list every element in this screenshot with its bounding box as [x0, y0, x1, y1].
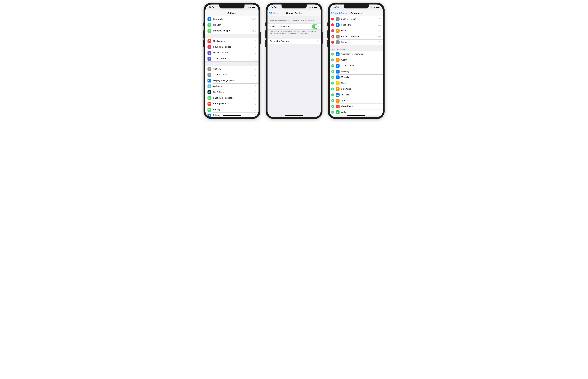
more-control-timer[interactable]: Timer	[330, 98, 383, 104]
svg-rect-36	[371, 8, 371, 8]
included-control-flashlight[interactable]: Flashlight	[330, 22, 383, 28]
more-control-stopwatch[interactable]: Stopwatch	[330, 86, 383, 92]
svg-point-13	[209, 86, 210, 87]
svg-rect-41	[376, 7, 379, 8]
more-control-hearing[interactable]: Hearing	[330, 69, 383, 74]
add-button[interactable]	[331, 111, 334, 114]
svg-rect-27	[208, 109, 210, 110]
add-button[interactable]	[331, 58, 334, 61]
more-control-notes[interactable]: Notes	[330, 80, 383, 86]
svg-point-19	[210, 86, 210, 86]
settings-row-control-center[interactable]: Control Center	[205, 72, 259, 78]
more-control-wallet[interactable]: Wallet	[330, 109, 383, 115]
settings-row-sounds-haptics[interactable]: Sounds & Haptics	[205, 44, 259, 50]
svg-rect-49	[338, 19, 338, 20]
drag-handle-icon[interactable]	[378, 18, 381, 20]
more-control-alarm[interactable]: Alarm	[330, 57, 383, 63]
home-indicator[interactable]	[223, 115, 241, 116]
add-button[interactable]	[331, 53, 334, 56]
home-indicator[interactable]	[285, 115, 303, 116]
svg-point-17	[210, 86, 210, 86]
svg-rect-0	[246, 8, 247, 8]
control-label: Notes	[341, 82, 347, 84]
back-button[interactable]: Settings	[269, 10, 279, 16]
wifi-icon	[311, 7, 313, 8]
home-indicator[interactable]	[347, 115, 365, 116]
back-button[interactable]: Control Center	[331, 10, 347, 16]
settings-row-notifications[interactable]: Notifications	[205, 38, 259, 44]
settings-row-privacy[interactable]: Privacy	[205, 112, 259, 117]
svg-line-58	[338, 78, 338, 78]
control-label: Stopwatch	[341, 88, 352, 90]
add-button[interactable]	[331, 70, 334, 73]
control-label: Wallet	[341, 111, 347, 113]
settings-row-bluetooth[interactable]: BluetoothOn	[205, 16, 259, 22]
status-icons	[309, 7, 317, 8]
add-button[interactable]	[331, 64, 334, 67]
remove-button[interactable]	[331, 29, 334, 32]
more-control-accessibility-shortcuts[interactable]: Accessibility Shortcuts	[330, 51, 383, 57]
settings-row-personal-hotspot[interactable]: Personal HotspotOff	[205, 28, 259, 34]
remove-button[interactable]	[331, 23, 334, 26]
included-control-camera[interactable]: Camera	[330, 39, 383, 45]
nav-title: Settings	[228, 12, 236, 15]
add-button[interactable]	[331, 93, 334, 96]
more-control-guided-access[interactable]: Guided Access	[330, 63, 383, 69]
settings-row-general[interactable]: General	[205, 66, 259, 72]
drag-handle-icon[interactable]	[378, 42, 381, 43]
svg-rect-37	[371, 8, 372, 8]
add-button[interactable]	[331, 82, 334, 85]
control-label: Flashlight	[341, 24, 351, 26]
svg-rect-3	[248, 7, 249, 8]
svg-point-51	[337, 53, 338, 54]
row-label: Control Center	[213, 73, 255, 76]
drag-handle-icon[interactable]	[378, 30, 381, 32]
remove-button[interactable]	[331, 17, 334, 20]
settings-row-face-id-passcode[interactable]: Face ID & Passcode	[205, 95, 259, 101]
included-control-home[interactable]: Home	[330, 28, 383, 33]
settings-row-display-brightness[interactable]: AADisplay & Brightness	[205, 78, 259, 83]
add-button[interactable]	[331, 99, 334, 102]
more-control-magnifier[interactable]: Magnifier	[330, 74, 383, 80]
chevron-right-icon	[255, 91, 256, 93]
control-center-settings[interactable]: Swipe down from the top-right edge to op…	[267, 16, 321, 117]
add-button[interactable]	[331, 88, 334, 90]
drag-handle-icon[interactable]	[378, 24, 381, 26]
svg-point-8	[209, 40, 210, 41]
status-icons	[371, 7, 380, 8]
settings-row-do-not-disturb[interactable]: Do Not Disturb	[205, 50, 259, 56]
add-button[interactable]	[331, 76, 334, 79]
svg-point-18	[209, 86, 209, 86]
settings-row-emergency-sos[interactable]: SOSEmergency SOS	[205, 101, 259, 107]
settings-group-alerts: NotificationsSounds & HapticsDo Not Dist…	[205, 38, 259, 62]
included-control-scan-qr-code[interactable]: Scan QR Code	[330, 16, 383, 22]
svg-rect-42	[379, 7, 379, 8]
svg-rect-48	[338, 19, 338, 20]
settings-row-battery[interactable]: Battery	[205, 107, 259, 112]
access-within-apps-row[interactable]: Access Within Apps	[267, 24, 321, 30]
more-control-voice-memos[interactable]: Voice Memos	[330, 104, 383, 109]
add-button[interactable]	[331, 105, 334, 108]
svg-rect-24	[209, 97, 210, 99]
cellular-signal-icon	[246, 7, 249, 8]
included-control-apple-tv-remote[interactable]: tvApple TV Remote	[330, 33, 383, 39]
settings-row-siri-search[interactable]: Siri & Search	[205, 89, 259, 95]
svg-rect-6	[255, 7, 255, 8]
customize-controls-row[interactable]: Customize Controls	[267, 38, 321, 44]
settings-row-cellular[interactable]: Cellular	[205, 22, 259, 28]
settings-row-wallpaper[interactable]: Wallpaper	[205, 83, 259, 89]
remove-button[interactable]	[331, 35, 334, 38]
settings-list[interactable]: BluetoothOnCellularPersonal HotspotOff N…	[205, 16, 259, 117]
drag-handle-icon[interactable]	[378, 36, 381, 37]
svg-rect-32	[310, 7, 311, 8]
access-within-apps-switch[interactable]	[312, 24, 319, 29]
svg-rect-39	[372, 7, 373, 8]
settings-row-screen-time[interactable]: Screen Time	[205, 56, 259, 62]
svg-rect-67	[337, 112, 338, 112]
remove-button[interactable]	[331, 41, 334, 44]
svg-rect-54	[337, 66, 338, 66]
customize-list[interactable]: Scan QR CodeFlashlightHometvApple TV Re…	[330, 16, 383, 117]
more-control-text-size[interactable]: AAText Size	[330, 92, 383, 98]
phone-2: 16:54 Settings Control Center Swipe down…	[266, 3, 323, 119]
row-label: Wallpaper	[213, 85, 255, 88]
